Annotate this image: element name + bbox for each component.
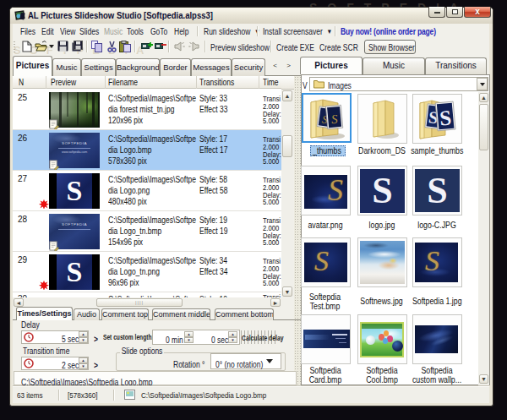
svg-text:S: S	[439, 106, 452, 129]
